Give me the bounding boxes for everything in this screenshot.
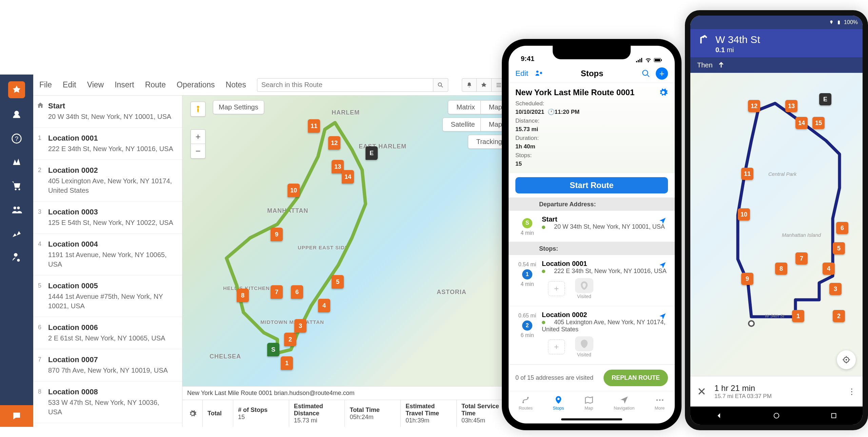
note-button[interactable]: + <box>548 339 565 354</box>
route-marker[interactable]: 10 <box>288 184 300 197</box>
visited-button[interactable]: Visited <box>575 336 593 357</box>
rail-item-help[interactable]: ? <box>9 131 24 146</box>
tab-stops[interactable]: Stops <box>553 395 564 411</box>
zoom-out-button[interactable]: − <box>191 144 205 158</box>
android-marker[interactable]: 9 <box>741 273 753 285</box>
menu-file[interactable]: File <box>39 80 52 89</box>
satellite-view-button[interactable]: Satellite <box>442 118 481 131</box>
stop-item-start[interactable]: S4 min Start 20 W 34th St, New York, NY … <box>509 211 675 242</box>
menu-edit[interactable]: Edit <box>63 80 76 89</box>
app-logo <box>8 81 25 98</box>
favorite-button[interactable] <box>477 78 492 92</box>
notifications-button[interactable] <box>462 78 477 92</box>
user-location-icon[interactable] <box>534 69 542 78</box>
route-marker[interactable]: 8 <box>237 289 249 302</box>
route-marker[interactable]: 7 <box>271 285 283 299</box>
route-marker[interactable]: 6 <box>291 285 303 299</box>
route-marker[interactable]: 14 <box>342 170 354 184</box>
back-button[interactable] <box>715 412 723 419</box>
stop-list-item[interactable]: 7Location 0007870 7th Ave, New York, NY … <box>33 349 182 381</box>
android-marker[interactable]: 2 <box>833 310 845 322</box>
tab-map[interactable]: Map <box>584 395 594 411</box>
tab-navigation[interactable]: Navigation <box>614 395 634 411</box>
rail-item-add-user[interactable] <box>9 108 24 122</box>
tab-routes[interactable]: Routes <box>519 395 533 411</box>
stop-list-item[interactable]: 3Location 0003125 E 54th St, New York, N… <box>33 202 182 234</box>
navigation-header: W 34th St 0.1 mi <box>690 29 863 57</box>
route-marker[interactable]: 9 <box>271 228 283 241</box>
rail-chat-button[interactable] <box>0 405 33 427</box>
street-view-pegman[interactable] <box>191 102 205 117</box>
navigate-icon[interactable] <box>658 261 667 271</box>
zoom-in-button[interactable]: + <box>191 130 205 144</box>
android-marker[interactable]: 5 <box>833 242 845 254</box>
route-marker-start[interactable]: S <box>267 343 279 356</box>
menu-insert[interactable]: Insert <box>115 80 134 89</box>
edit-button[interactable]: Edit <box>515 69 528 78</box>
visited-button[interactable]: Visited <box>575 278 593 299</box>
android-map[interactable]: 1 2 3 4 5 6 7 8 9 10 11 12 13 14 15 E Ce… <box>690 73 863 376</box>
stops-list-pane[interactable]: Start20 W 34th St, New York, NY 10001, U… <box>33 96 182 427</box>
android-marker[interactable]: 3 <box>829 283 842 295</box>
android-marker-end[interactable]: E <box>819 93 831 105</box>
android-marker[interactable]: 1 <box>792 310 804 322</box>
recent-apps-button[interactable] <box>830 412 837 419</box>
stop-item[interactable]: 0.54 mi14 min Location 0001 222 E 34th S… <box>509 255 675 306</box>
home-button[interactable] <box>773 412 780 419</box>
android-marker[interactable]: 6 <box>836 222 848 234</box>
route-marker[interactable]: 11 <box>308 119 320 133</box>
close-navigation-button[interactable]: ✕ <box>697 385 706 398</box>
menu-operations[interactable]: Operations <box>177 80 215 89</box>
android-marker[interactable]: 8 <box>775 263 787 275</box>
map-settings-button[interactable]: Map Settings <box>213 100 264 114</box>
search-button[interactable] <box>433 78 448 92</box>
summary-settings-button[interactable] <box>182 400 203 427</box>
stop-list-item[interactable]: 1Location 0001222 E 34th St, New York, N… <box>33 128 182 160</box>
android-marker[interactable]: 11 <box>741 168 753 180</box>
rail-item-user-settings[interactable] <box>9 250 24 264</box>
note-button[interactable]: + <box>548 281 565 296</box>
android-marker[interactable]: 4 <box>823 263 835 275</box>
add-button[interactable]: + <box>656 67 668 80</box>
stop-list-item[interactable]: Start20 W 34th St, New York, NY 10001, U… <box>33 96 182 128</box>
stop-list-item[interactable]: 2Location 0002405 Lexington Ave, New Yor… <box>33 160 182 202</box>
replan-route-button[interactable]: REPLAN ROUTE <box>604 370 668 386</box>
android-marker[interactable]: 13 <box>785 100 797 112</box>
menu-view[interactable]: View <box>87 80 104 89</box>
route-marker[interactable]: 3 <box>294 319 307 333</box>
search-input[interactable] <box>257 78 433 92</box>
more-options-button[interactable]: ⋮ <box>848 387 856 396</box>
rail-item-routes[interactable] <box>9 155 24 169</box>
stop-number: 6 <box>38 324 41 331</box>
search-icon[interactable] <box>642 69 650 78</box>
matrix-view-button[interactable]: Matrix <box>448 100 480 114</box>
stop-list-item[interactable]: 5Location 00051444 1st Avenue #75th, New… <box>33 275 182 317</box>
android-marker[interactable]: 14 <box>795 117 808 129</box>
rail-item-team[interactable] <box>9 203 24 217</box>
stop-item[interactable]: 0.65 mi26 min Location 0002 405 Lexingto… <box>509 306 675 365</box>
android-marker[interactable]: 7 <box>795 252 808 265</box>
menu-notes[interactable]: Notes <box>226 80 246 89</box>
stop-list-item[interactable]: 6Location 00062 E 61st St, New York, NY … <box>33 317 182 349</box>
route-settings-button[interactable] <box>658 88 668 99</box>
android-marker[interactable]: 15 <box>812 117 825 129</box>
route-marker-end[interactable]: E <box>366 146 378 160</box>
start-route-button[interactable]: Start Route <box>515 177 668 193</box>
route-marker[interactable]: 5 <box>332 275 344 289</box>
route-marker[interactable]: 2 <box>284 333 296 346</box>
navigate-icon[interactable] <box>658 217 667 226</box>
android-marker[interactable]: 10 <box>738 208 750 221</box>
route-marker[interactable]: 4 <box>318 299 330 312</box>
recenter-button[interactable] <box>837 350 856 369</box>
rail-item-orders[interactable] <box>9 179 24 193</box>
route-marker[interactable]: 1 <box>281 356 293 370</box>
menu-route[interactable]: Route <box>145 80 166 89</box>
rail-item-analytics[interactable] <box>9 226 24 241</box>
stop-list-item[interactable]: 4Location 00041191 1st Avenue, New York,… <box>33 234 182 275</box>
stop-list-item[interactable]: 8Location 0008533 W 47th St, New York, N… <box>33 381 182 423</box>
android-marker[interactable]: 12 <box>748 100 760 112</box>
tab-more[interactable]: More <box>655 395 665 411</box>
route-marker[interactable]: 12 <box>328 136 340 150</box>
map-pane[interactable]: HARLEM MANHATTAN EAST HARLEM UPPER EAST … <box>182 96 513 427</box>
navigate-icon[interactable] <box>658 312 667 322</box>
